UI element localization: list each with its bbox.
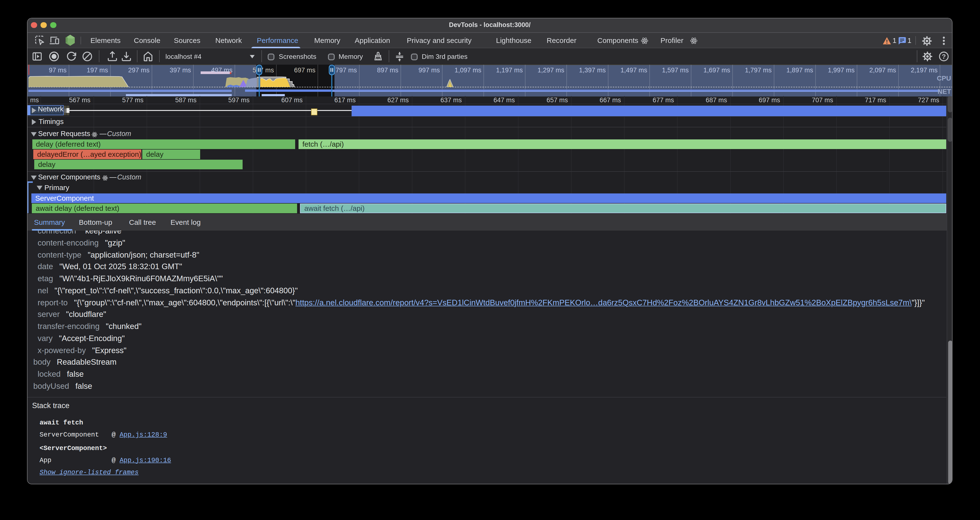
svg-text:?: ? bbox=[942, 53, 946, 60]
svg-text:1,497 ms: 1,497 ms bbox=[620, 67, 647, 74]
svg-text:2,097 ms: 2,097 ms bbox=[869, 67, 896, 74]
svg-text:97 ms: 97 ms bbox=[49, 67, 67, 74]
svg-text:1,697 ms: 1,697 ms bbox=[703, 67, 730, 74]
svg-text:197 ms: 197 ms bbox=[87, 67, 108, 74]
svg-text:497 ms: 497 ms bbox=[211, 67, 232, 74]
svg-text:1,097 ms: 1,097 ms bbox=[455, 67, 481, 74]
svg-text:1,597 ms: 1,597 ms bbox=[662, 67, 689, 74]
svg-text:997 ms: 997 ms bbox=[418, 67, 440, 74]
svg-text:897 ms: 897 ms bbox=[377, 67, 398, 74]
svg-text:797 ms: 797 ms bbox=[336, 67, 357, 74]
svg-text:397 ms: 397 ms bbox=[170, 67, 191, 74]
svg-text:2,197 ms: 2,197 ms bbox=[911, 67, 937, 74]
svg-text:1,297 ms: 1,297 ms bbox=[538, 67, 564, 74]
svg-text:1,997 ms: 1,997 ms bbox=[828, 67, 854, 74]
svg-text:597 ms: 597 ms bbox=[253, 67, 274, 74]
svg-text:1,897 ms: 1,897 ms bbox=[786, 67, 813, 74]
svg-text:297 ms: 297 ms bbox=[128, 67, 150, 74]
svg-text:CPU: CPU bbox=[937, 75, 951, 82]
svg-text:697 ms: 697 ms bbox=[294, 67, 315, 74]
svg-text:1,797 ms: 1,797 ms bbox=[745, 67, 772, 74]
svg-text:1,197 ms: 1,197 ms bbox=[496, 67, 523, 74]
svg-text:NET: NET bbox=[937, 88, 951, 95]
svg-text:1,397 ms: 1,397 ms bbox=[579, 67, 606, 74]
